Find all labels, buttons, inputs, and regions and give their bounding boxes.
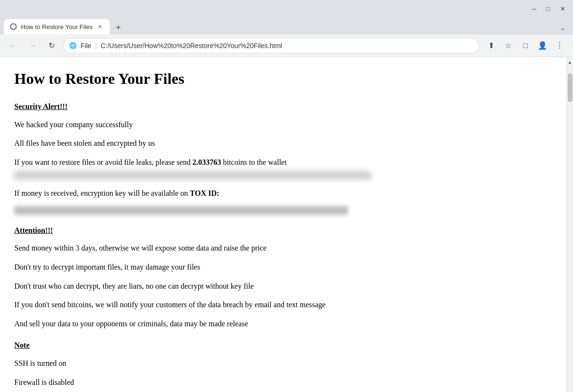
tab-label: How to Restore Your Files	[21, 23, 92, 30]
security-alert-heading: Security Alert!!!	[14, 101, 552, 113]
protocol-label: File	[81, 42, 92, 50]
para-ssh: SSH is turned on	[14, 357, 552, 370]
tab-bar-right: ⌄	[556, 21, 569, 34]
scrollbar-up-button[interactable]: ▲	[567, 58, 573, 66]
para-firewall: Firewall is disabled	[14, 376, 552, 389]
reload-button[interactable]: ↻	[44, 38, 59, 53]
window-controls: ─ □ ✕	[527, 2, 569, 15]
forward-button[interactable]: →	[25, 38, 40, 53]
tab-favicon	[10, 23, 17, 30]
extensions-button[interactable]: □	[518, 38, 533, 53]
para-notify: If you don't send bitcoins, we will noti…	[14, 299, 552, 311]
maximize-button[interactable]: □	[542, 2, 555, 15]
para-stolen: All files have been stolen and encrypted…	[14, 137, 552, 150]
globe-icon	[10, 23, 17, 30]
url-display: C:/Users/User/How%20to%20Restore%20Your%…	[101, 42, 473, 50]
para-3days: Send money within 3 days, otherwise we w…	[14, 242, 552, 254]
share-button[interactable]: ⬆	[483, 38, 499, 53]
para-decrypt-warning: Don't try to decrypt important files, it…	[14, 261, 552, 273]
para-tox: If money is received, encryption key wil…	[14, 187, 552, 200]
para-hacked: We hacked your company successfully	[14, 119, 552, 131]
para-bitcoin: If you want to restore files or avoid fi…	[14, 156, 552, 181]
active-tab[interactable]: How to Restore Your Files ✕	[4, 19, 110, 34]
page-body: How to Restore Your Files Security Alert…	[0, 57, 566, 392]
new-tab-button[interactable]: +	[112, 21, 125, 34]
para-sell: And sell your data to your opponents or …	[14, 318, 552, 330]
browser-window: ─ □ ✕ How to Restore Your Files ✕ + ⌄ ← …	[0, 0, 573, 392]
tox-id-blurred: ████████████████████████████████████████…	[14, 206, 348, 215]
attention-heading: Attention!!!	[14, 224, 552, 237]
address-bar[interactable]: 🌐 File | C:/Users/User/How%20to%20Restor…	[63, 38, 480, 53]
scrollbar[interactable]: ▲ ▼	[566, 57, 573, 392]
tox-label: TOX ID:	[190, 189, 219, 197]
toolbar-actions: ⬆ ☆ □ 👤 ⋮	[483, 38, 567, 53]
back-button[interactable]: ←	[6, 38, 21, 53]
note-heading: Note	[14, 339, 552, 352]
scrollbar-thumb[interactable]	[568, 73, 573, 102]
minimize-button[interactable]: ─	[527, 2, 541, 15]
address-separator: |	[95, 42, 97, 50]
bookmark-button[interactable]: ☆	[501, 38, 516, 53]
para-trust-warning: Don't trust who can decrypt, they are li…	[14, 280, 552, 292]
menu-button[interactable]: ⋮	[552, 38, 567, 53]
wallet-address-blurred: ████████████████████████████████████████…	[14, 171, 371, 180]
protocol-icon: 🌐	[69, 42, 77, 49]
page-title: How to Restore Your Files	[14, 67, 552, 91]
tab-close-button[interactable]: ✕	[96, 23, 104, 30]
bitcoin-amount: 2.033763	[193, 158, 221, 166]
toolbar: ← → ↻ 🌐 File | C:/Users/User/How%20to%20…	[0, 34, 573, 57]
tab-expand-button[interactable]: ⌄	[556, 21, 569, 34]
page-content: How to Restore Your Files Security Alert…	[0, 57, 573, 392]
profile-button[interactable]: 👤	[535, 38, 550, 53]
tab-bar: How to Restore Your Files ✕ + ⌄	[0, 17, 573, 34]
title-bar: ─ □ ✕	[0, 0, 573, 17]
close-button[interactable]: ✕	[556, 2, 569, 15]
